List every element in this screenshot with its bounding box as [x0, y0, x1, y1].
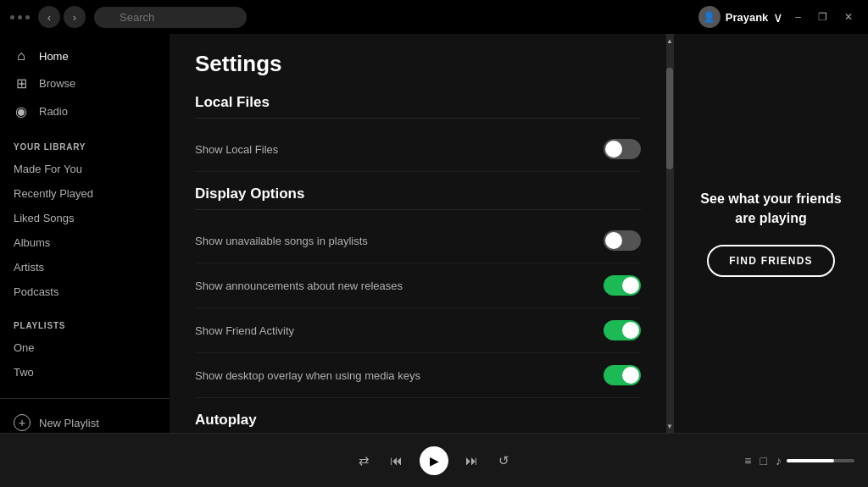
- scrollbar-arrow-down[interactable]: ▼: [666, 419, 673, 433]
- sidebar-label-artists: Artists: [14, 261, 44, 274]
- local-files-section-title: Local Files: [195, 94, 641, 119]
- content-area: Settings Local Files Show Local Files Di…: [170, 34, 868, 433]
- volume-bar[interactable]: [787, 459, 854, 462]
- title-bar-left: ‹ › 🔍: [10, 6, 247, 28]
- nav-forward-button[interactable]: ›: [64, 6, 86, 28]
- home-icon: ⌂: [14, 48, 29, 64]
- playlist-two-label: Two: [14, 366, 34, 379]
- friend-activity-toggle[interactable]: [604, 320, 641, 340]
- sidebar-label-browse: Browse: [39, 77, 75, 90]
- show-local-files-row: Show Local Files: [195, 127, 641, 172]
- avatar: 👤: [698, 6, 721, 28]
- sidebar-item-home[interactable]: ⌂ Home: [0, 42, 170, 69]
- sidebar-item-made-for-you[interactable]: Made For You: [0, 157, 170, 181]
- player-bar: ⇄ ⏮ ▶ ⏭ ↺ ≡ □ ♪: [0, 433, 868, 487]
- sidebar: ⌂ Home ⊞ Browse ◉ Radio YOUR LIBRARY Mad…: [0, 34, 170, 433]
- autoplay-section-title: Autoplay: [195, 412, 641, 433]
- play-button[interactable]: ▶: [420, 446, 448, 475]
- main-layout: ⌂ Home ⊞ Browse ◉ Radio YOUR LIBRARY Mad…: [0, 34, 868, 433]
- shuffle-button[interactable]: ⇄: [355, 450, 373, 472]
- find-friends-button[interactable]: FIND FRIENDS: [707, 245, 834, 277]
- title-bar-right: 👤 Prayank ∨ – ❐ ✕: [698, 6, 858, 28]
- toggle-knob: [605, 141, 622, 158]
- sidebar-label-albums: Albums: [14, 236, 50, 249]
- announcements-label: Show announcements about new releases: [195, 279, 403, 292]
- player-center: ⇄ ⏮ ▶ ⏭ ↺: [355, 446, 513, 475]
- show-local-files-label: Show Local Files: [195, 143, 278, 156]
- maximize-button[interactable]: ❐: [813, 9, 832, 25]
- window-dots: [10, 15, 30, 19]
- window-controls: – ❐ ✕: [790, 9, 858, 25]
- sidebar-item-playlist-one[interactable]: One: [0, 335, 170, 360]
- sidebar-item-albums[interactable]: Albums: [0, 230, 170, 255]
- player-right: ≡ □ ♪: [685, 454, 854, 468]
- close-button[interactable]: ✕: [839, 9, 858, 25]
- chevron-down-icon: ∨: [773, 9, 783, 25]
- unavailable-songs-row: Show unavailable songs in playlists: [195, 219, 641, 263]
- sidebar-item-artists[interactable]: Artists: [0, 255, 170, 279]
- search-input[interactable]: [94, 7, 247, 28]
- sidebar-label-recently-played: Recently Played: [14, 187, 93, 200]
- sidebar-item-recently-played[interactable]: Recently Played: [0, 181, 170, 206]
- sidebar-item-liked-songs[interactable]: Liked Songs: [0, 206, 170, 230]
- minimize-button[interactable]: –: [790, 9, 806, 25]
- sidebar-label-liked-songs: Liked Songs: [14, 212, 75, 224]
- nav-section: ⌂ Home ⊞ Browse ◉ Radio: [0, 42, 170, 125]
- sidebar-label-made-for-you: Made For You: [14, 163, 82, 175]
- user-area[interactable]: 👤 Prayank ∨: [698, 6, 784, 28]
- scrollbar-thumb[interactable]: [666, 68, 673, 169]
- friends-panel: See what your friends are playing FIND F…: [673, 34, 868, 433]
- nav-buttons: ‹ ›: [38, 6, 86, 28]
- plus-icon: +: [14, 414, 31, 431]
- library-label: YOUR LIBRARY: [0, 139, 170, 157]
- repeat-button[interactable]: ↺: [495, 450, 513, 472]
- friends-text: See what your friends are playing: [691, 190, 851, 228]
- new-playlist-button[interactable]: + New Playlist: [0, 407, 170, 433]
- new-playlist-label: New Playlist: [39, 417, 99, 429]
- announcements-toggle[interactable]: [604, 275, 641, 296]
- volume-fill: [787, 459, 834, 462]
- unavailable-songs-toggle[interactable]: [604, 230, 641, 251]
- sidebar-item-browse[interactable]: ⊞ Browse: [0, 69, 170, 97]
- desktop-overlay-row: Show desktop overlay when using media ke…: [195, 353, 641, 398]
- toggle-knob: [622, 277, 639, 294]
- desktop-overlay-toggle[interactable]: [604, 365, 641, 385]
- radio-icon: ◉: [14, 103, 29, 119]
- toggle-knob: [605, 232, 622, 249]
- unavailable-songs-label: Show unavailable songs in playlists: [195, 235, 368, 247]
- volume-control: ♪: [776, 454, 854, 468]
- sidebar-item-podcasts[interactable]: Podcasts: [0, 279, 170, 304]
- sidebar-label-podcasts: Podcasts: [14, 285, 58, 298]
- dot-1: [10, 15, 14, 19]
- dot-3: [25, 15, 30, 19]
- browse-icon: ⊞: [14, 75, 29, 91]
- settings-panel: Settings Local Files Show Local Files Di…: [170, 34, 666, 433]
- playlists-label: PLAYLISTS: [0, 318, 170, 335]
- toggle-knob: [622, 322, 639, 339]
- sidebar-label-home: Home: [39, 50, 69, 63]
- dot-2: [18, 15, 22, 19]
- playlists-section: PLAYLISTS One Two: [0, 318, 170, 385]
- devices-icon[interactable]: □: [760, 454, 767, 468]
- nav-back-button[interactable]: ‹: [38, 6, 60, 28]
- playlist-one-label: One: [14, 341, 35, 354]
- toggle-knob: [622, 367, 639, 384]
- sidebar-item-playlist-two[interactable]: Two: [0, 360, 170, 385]
- settings-title: Settings: [195, 51, 641, 77]
- scrollbar-track: ▲ ▼: [666, 34, 673, 433]
- volume-icon[interactable]: ♪: [776, 454, 782, 468]
- username-label: Prayank: [726, 11, 769, 24]
- sidebar-item-radio[interactable]: ◉ Radio: [0, 97, 170, 125]
- title-bar: ‹ › 🔍 👤 Prayank ∨ – ❐ ✕: [0, 0, 868, 34]
- next-button[interactable]: ⏭: [462, 450, 481, 471]
- scrollbar-arrow-up[interactable]: ▲: [666, 34, 673, 47]
- show-local-files-toggle[interactable]: [604, 139, 641, 159]
- desktop-overlay-label: Show desktop overlay when using media ke…: [195, 369, 420, 382]
- queue-icon[interactable]: ≡: [744, 454, 751, 468]
- sidebar-label-radio: Radio: [39, 105, 68, 118]
- display-options-section-title: Display Options: [195, 185, 641, 210]
- friend-activity-label: Show Friend Activity: [195, 324, 294, 337]
- library-section: YOUR LIBRARY Made For You Recently Playe…: [0, 139, 170, 304]
- previous-button[interactable]: ⏮: [387, 450, 406, 471]
- friend-activity-row: Show Friend Activity: [195, 308, 641, 353]
